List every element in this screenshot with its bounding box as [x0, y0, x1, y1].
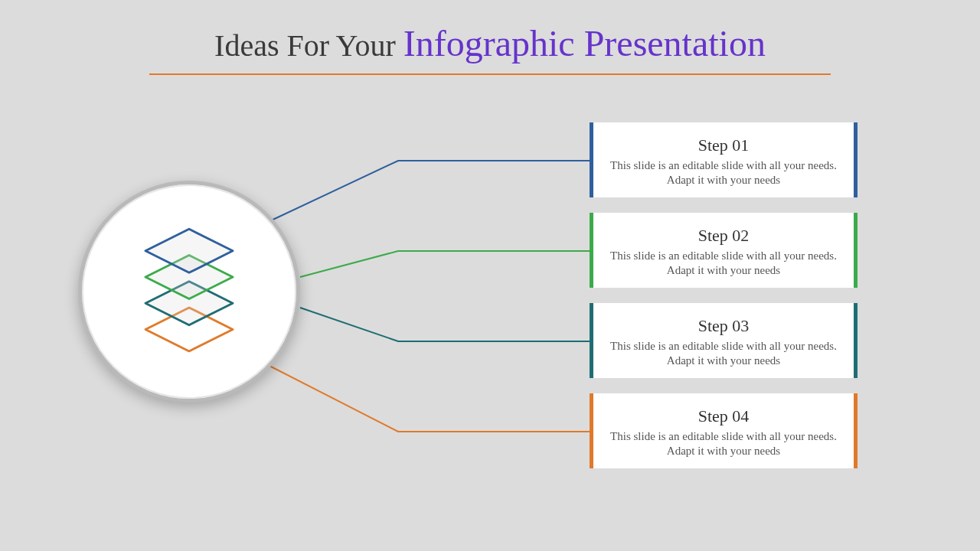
step-card-1: Step 01 This slide is an editable slide … [590, 122, 858, 197]
step-card-2: Step 02 This slide is an editable slide … [590, 213, 858, 288]
connector-step3 [300, 308, 590, 341]
step-card-4: Step 04 This slide is an editable slide … [590, 393, 858, 468]
step-title: Step 04 [607, 406, 840, 426]
title-main: Infographic Presentation [403, 23, 766, 64]
step-title: Step 02 [607, 226, 840, 246]
connector-step2 [300, 251, 590, 277]
hub-circle [78, 181, 300, 403]
step-desc: This slide is an editable slide with all… [607, 158, 840, 188]
step-desc: This slide is an editable slide with all… [607, 339, 840, 369]
step-card-3: Step 03 This slide is an editable slide … [590, 303, 858, 378]
step-title: Step 01 [607, 135, 840, 155]
connector-step4 [266, 364, 590, 432]
steps-list: Step 01 This slide is an editable slide … [590, 122, 858, 484]
layers-icon [116, 219, 262, 364]
title-underline [149, 73, 831, 75]
step-title: Step 03 [607, 316, 840, 336]
step-desc: This slide is an editable slide with all… [607, 249, 840, 279]
svg-marker-3 [145, 229, 233, 272]
connector-step1 [268, 161, 590, 222]
slide-title: Ideas For Your Infographic Presentation [0, 21, 980, 75]
step-desc: This slide is an editable slide with all… [607, 429, 840, 459]
title-prefix: Ideas For Your [214, 28, 403, 63]
